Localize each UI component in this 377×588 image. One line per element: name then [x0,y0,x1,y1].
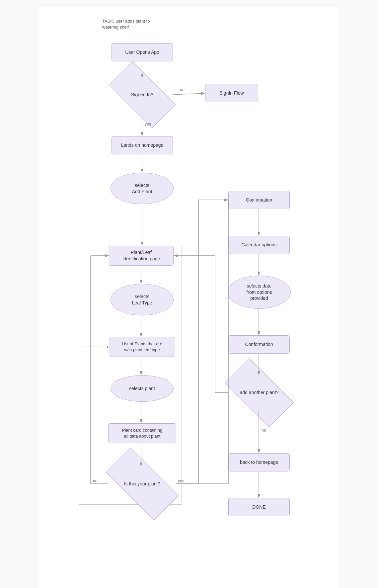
back-to-homepage-node: back to homepage [228,453,290,471]
task-label: TASK: user adds plant to watering shelf [102,18,150,30]
plant-leaf-page-node: Plant/Leaf Identification page [109,246,174,266]
flowchart-page: TASK: user adds plant to watering shelf … [39,7,338,588]
is-this-plant-node: Is this your plant? [108,466,176,501]
confirmation-node: Confirmation [228,191,290,209]
selects-date-node: selects date from options provided [228,276,291,309]
selects-plant-node: selects plant [111,375,174,402]
svg-text:no: no [262,428,266,433]
lands-homepage-node: Lands on homepage [112,136,173,154]
list-of-plants-node: List of Plants that are w/in plant leaf … [109,337,175,357]
svg-text:no: no [179,87,183,92]
calendar-options-node: Calendar options [228,236,290,254]
svg-line-4 [173,93,205,95]
user-opens-app-node: User Opens App [112,43,173,61]
signed-in-node: Signed In? [112,78,173,111]
plant-card-node: Plant card containing all data about pla… [108,423,176,443]
done-node: DONE [228,498,290,516]
add-another-plant-node: add another plant? [228,375,291,410]
conformation-node: Conformation [228,335,290,354]
selects-leaf-type-node: selects Leaf Type [111,284,174,315]
signin-flow-node: SignIn Flow [205,84,258,102]
selects-add-plant-node: selects Add Plant [111,173,174,204]
